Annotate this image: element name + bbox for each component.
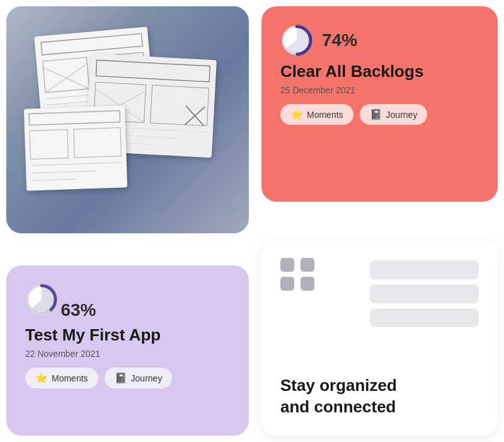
placeholder-rows [370,260,479,327]
moments-icon: ⭐ [290,108,303,120]
svg-rect-0 [41,33,142,55]
purple-tag-journey[interactable]: 📓 Journey [105,368,173,388]
sketch-paper-3 [24,105,127,191]
purple-card-tags: ⭐ Moments 📓 Journey [25,368,230,388]
red-tag-moments[interactable]: ⭐ Moments [280,104,353,125]
svg-line-21 [31,162,122,165]
red-percentage: 74% [322,30,357,50]
purple-card-date: 22 November 2021 [25,349,230,359]
purple-journey-icon: 📓 [115,372,127,384]
svg-line-3 [43,64,89,93]
grid-sq-3 [280,277,294,291]
white-title-line2: and connected [280,397,396,416]
grid-sq-1 [280,258,294,272]
tag-journey-label: Journey [386,110,418,120]
red-card-title: Clear All Backlogs [280,62,479,81]
card-backlogs: 74% Clear All Backlogs 25 December 2021 … [261,6,498,202]
purple-tag-journey-label: Journey [131,373,163,383]
svg-rect-19 [30,129,69,159]
card-red-top-row: 74% [280,24,479,57]
svg-line-23 [32,179,77,181]
svg-rect-18 [29,111,120,125]
purple-tag-moments[interactable]: ⭐ Moments [25,368,98,388]
purple-moments-icon: ⭐ [35,372,48,384]
card-organized: Stay organized and connected [261,240,498,436]
red-card-date: 25 December 2021 [280,85,479,95]
svg-rect-1 [43,57,89,93]
purple-card-title: Test My First App [25,325,230,345]
row-item-2 [370,284,479,303]
svg-line-22 [31,171,95,173]
svg-rect-20 [74,128,122,158]
card-first-app: 63% Test My First App 22 November 2021 ⭐… [6,265,249,436]
progress-circle-purple [25,283,58,316]
svg-rect-12 [151,85,209,126]
card-sketch-image [6,6,249,233]
tag-moments-label: Moments [307,110,343,120]
progress-circle-red [280,24,313,57]
white-title-line1: Stay organized [280,376,397,395]
svg-rect-8 [96,60,210,81]
red-card-tags: ⭐ Moments 📓 Journey [280,104,479,125]
journey-icon: 📓 [370,108,382,120]
white-card-title: Stay organized and connected [280,375,479,418]
card-purple-top-row: 63% [25,283,230,320]
red-tag-journey[interactable]: 📓 Journey [360,104,428,125]
grid-sq-4 [301,277,314,291]
row-item-1 [370,260,479,279]
grid-sq-2 [301,258,314,272]
grid-icon [280,258,316,291]
purple-percentage: 63% [60,300,96,320]
purple-tag-moments-label: Moments [52,373,88,383]
row-item-3 [370,308,479,327]
main-container: 74% Clear All Backlogs 25 December 2021 … [0,0,504,442]
